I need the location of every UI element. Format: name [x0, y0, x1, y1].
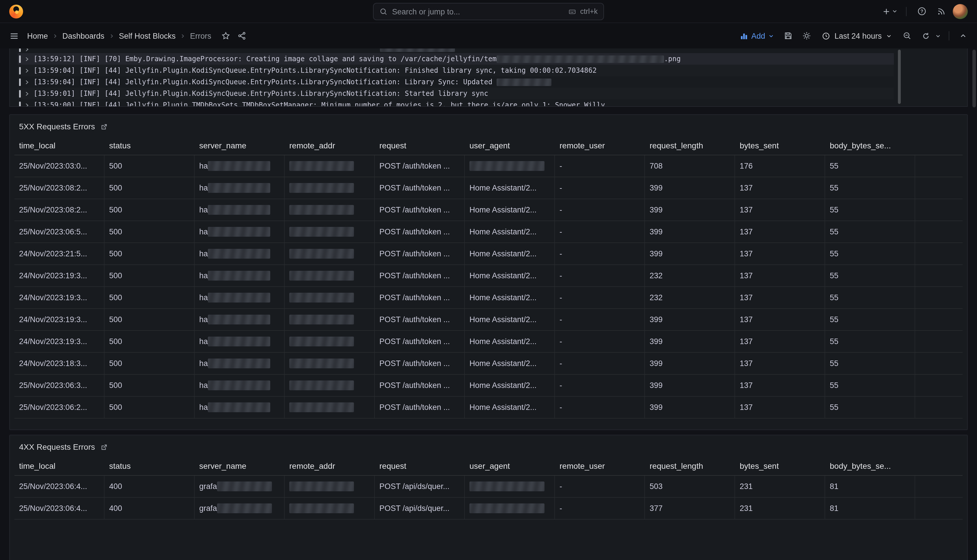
column-header[interactable]: remote_addr — [285, 141, 375, 150]
expand-chevron-icon[interactable] — [24, 79, 30, 85]
table-row: 25/Nov/2023:06:4...400grafaPOST /api/ds/… — [15, 498, 962, 520]
table-cell: POST /auth/token ... — [375, 243, 465, 264]
table-cell — [465, 476, 555, 497]
cell-text: ha — [199, 381, 208, 390]
column-header[interactable]: remote_user — [555, 461, 645, 470]
time-range-picker[interactable]: Last 24 hours — [817, 28, 897, 44]
log-row[interactable] — [18, 48, 894, 53]
redacted-text — [217, 503, 272, 513]
zoom-out-time-button[interactable] — [899, 28, 915, 44]
table-cell — [285, 265, 375, 287]
gear-icon — [802, 31, 811, 40]
expand-chevron-icon[interactable] — [24, 56, 30, 62]
breadcrumb-home[interactable]: Home — [24, 32, 51, 40]
grafana-logo[interactable] — [9, 4, 23, 18]
page-scrollbar-thumb[interactable] — [972, 50, 976, 107]
log-row[interactable]: [13:59:00] [INF] [44] Jellyfin.Plugin.TM… — [18, 99, 894, 107]
redacted-text — [208, 315, 270, 325]
table-cell: - — [555, 476, 645, 497]
log-message: [13:59:04] [INF] [44] Jellyfin.Plugin.Ko… — [33, 67, 597, 75]
external-link-icon[interactable] — [100, 123, 108, 130]
collapse-toolbar-button[interactable] — [955, 28, 971, 44]
search-input[interactable] — [392, 7, 563, 16]
new-button[interactable] — [880, 3, 899, 19]
log-row[interactable]: [13:59:12] [INF] [70] Emby.Drawing.Image… — [18, 53, 894, 65]
expand-chevron-icon[interactable] — [24, 91, 30, 96]
column-header[interactable]: request_length — [645, 141, 735, 150]
redacted-text — [208, 205, 270, 215]
log-level-indicator — [19, 90, 21, 97]
column-header[interactable]: user_agent — [465, 461, 555, 470]
column-header[interactable]: user_agent — [465, 141, 555, 150]
column-header[interactable]: body_bytes_se... — [825, 141, 915, 150]
table-cell: Home Assistant/2... — [465, 397, 555, 418]
log-scrollbar-thumb[interactable] — [898, 50, 901, 104]
panel-header[interactable]: 4XX Requests Errors — [10, 435, 967, 456]
divider — [906, 7, 907, 16]
redacted-text — [208, 249, 270, 258]
table-cell: ha — [195, 375, 285, 396]
column-header[interactable]: remote_addr — [285, 461, 375, 470]
table-cell: Home Assistant/2... — [465, 265, 555, 287]
table-cell: 399 — [645, 243, 735, 264]
log-row[interactable]: [13:59:04] [INF] [44] Jellyfin.Plugin.Ko… — [18, 76, 894, 88]
table-cell: 137 — [735, 177, 825, 198]
user-avatar[interactable] — [953, 4, 968, 19]
expand-chevron-icon[interactable] — [24, 102, 30, 107]
news-button[interactable] — [933, 3, 949, 19]
chevron-right-icon — [180, 33, 186, 39]
menu-icon — [9, 31, 19, 41]
table-cell: Home Assistant/2... — [465, 375, 555, 396]
table-cell: 81 — [825, 476, 915, 497]
column-header[interactable]: bytes_sent — [735, 141, 825, 150]
dashboard-settings-button[interactable] — [799, 28, 815, 44]
log-row[interactable]: [13:59:04] [INF] [44] Jellyfin.Plugin.Ko… — [18, 65, 894, 76]
column-header[interactable]: request — [375, 461, 465, 470]
column-header[interactable]: time_local — [15, 141, 105, 150]
errors-table-4xx: time_localstatusserver_nameremote_addrre… — [15, 456, 962, 520]
share-button[interactable] — [234, 28, 250, 44]
share-icon — [237, 31, 247, 40]
column-header[interactable]: server_name — [195, 141, 285, 150]
breadcrumb-self-host-blocks[interactable]: Self Host Blocks — [116, 32, 179, 40]
menu-button[interactable] — [6, 28, 22, 44]
column-header[interactable]: bytes_sent — [735, 461, 825, 470]
add-panel-button[interactable]: Add — [736, 28, 778, 44]
column-header[interactable]: status — [105, 141, 195, 150]
cell-text: ha — [199, 403, 208, 412]
refresh-button[interactable] — [917, 28, 934, 44]
table-cell: 500 — [105, 243, 195, 264]
table-cell: - — [555, 397, 645, 418]
external-link-icon[interactable] — [100, 443, 108, 451]
refresh-interval-dropdown[interactable] — [932, 28, 943, 44]
expand-chevron-icon[interactable] — [24, 48, 30, 52]
redacted-text — [289, 380, 354, 390]
table-cell: 24/Nov/2023:19:3... — [15, 309, 105, 330]
expand-chevron-icon[interactable] — [24, 68, 30, 73]
top-nav: ctrl+k ? — [0, 0, 977, 23]
column-header[interactable]: status — [105, 461, 195, 470]
help-button[interactable]: ? — [914, 3, 930, 19]
table-cell: 25/Nov/2023:06:3... — [15, 375, 105, 396]
table-cell: 24/Nov/2023:18:3... — [15, 353, 105, 374]
search-box[interactable]: ctrl+k — [373, 3, 604, 20]
table-cell — [285, 243, 375, 264]
redacted-text — [380, 48, 455, 52]
panel-header[interactable]: 5XX Requests Errors — [10, 115, 967, 136]
errors-table-5xx: time_localstatusserver_nameremote_addrre… — [15, 136, 962, 418]
save-dashboard-button[interactable] — [780, 28, 796, 44]
column-header[interactable]: remote_user — [555, 141, 645, 150]
column-header[interactable]: server_name — [195, 461, 285, 470]
column-header[interactable]: body_bytes_se... — [825, 461, 915, 470]
help-icon: ? — [917, 7, 927, 16]
column-header[interactable]: request — [375, 141, 465, 150]
log-row[interactable]: [13:59:01] [INF] [44] Jellyfin.Plugin.Ko… — [18, 88, 894, 99]
column-header[interactable]: request_length — [645, 461, 735, 470]
breadcrumb-dashboards[interactable]: Dashboards — [60, 32, 107, 40]
log-level-indicator — [19, 55, 21, 63]
redacted-text — [289, 227, 354, 237]
table-cell: - — [555, 265, 645, 287]
graph-bar-icon — [740, 32, 749, 40]
favorite-button[interactable] — [218, 28, 234, 44]
column-header[interactable]: time_local — [15, 461, 105, 470]
